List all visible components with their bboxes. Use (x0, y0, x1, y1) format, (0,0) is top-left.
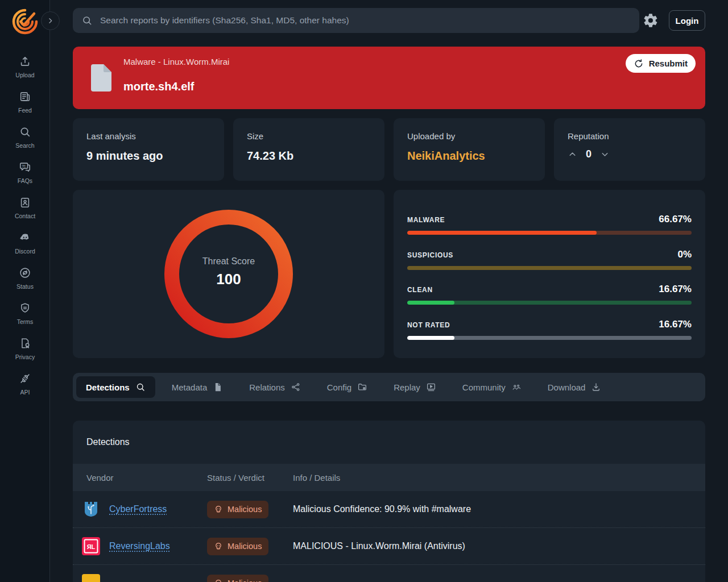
progress-fill (407, 336, 454, 340)
tab-replay[interactable]: Replay (384, 376, 446, 398)
progress-track (407, 301, 692, 305)
bar-value: 66.67% (659, 214, 692, 225)
verdict-badge: Malicious (207, 575, 268, 582)
api-icon (19, 372, 31, 385)
terms-icon (19, 302, 31, 314)
file-icon (213, 382, 223, 392)
upload-icon (19, 55, 31, 68)
column-vendor: Vendor (86, 473, 207, 483)
malware-classification: Malware - Linux.Worm.Mirai (123, 57, 229, 66)
cyberfortress-logo-icon (82, 500, 100, 518)
tab-config[interactable]: Config (317, 376, 377, 398)
sidebar-expand-button[interactable] (41, 11, 60, 30)
tab-label: Metadata (172, 383, 208, 392)
sidebar-item-faqs[interactable]: FAQs (0, 155, 50, 190)
login-button[interactable]: Login (669, 10, 705, 31)
sidebar-item-label: Privacy (15, 354, 35, 360)
malware-score-group: MALWARE 66.67% (407, 214, 692, 235)
report-tabbar: Detections Metadata Relations Config Rep… (73, 373, 705, 401)
file-size-value: 74.23 Kb (247, 149, 371, 163)
tab-detections[interactable]: Detections (76, 376, 155, 398)
tab-label: Community (462, 383, 506, 392)
column-info-details: Info / Details (293, 473, 692, 483)
threat-score-label: Threat Score (73, 256, 384, 267)
vote-down-button[interactable] (600, 149, 610, 159)
file-name: morte.sh4.elf (123, 80, 194, 93)
app-logo-icon[interactable] (10, 7, 40, 36)
reversinglabs-logo-icon: ЯL (82, 537, 100, 555)
sidebar-item-contact[interactable]: Contact (0, 190, 50, 225)
malware-report-page: Upload Feed Search FAQs Contact Discord … (0, 0, 728, 582)
chevron-right-icon (46, 16, 55, 25)
sidebar-item-status[interactable]: Status (0, 260, 50, 296)
skull-icon (214, 579, 223, 582)
gear-icon (643, 13, 659, 28)
sidebar-item-api[interactable]: API (0, 366, 50, 401)
vendor-link[interactable]: CyberFortress (109, 504, 207, 514)
folder-gear-icon (357, 382, 367, 392)
tab-community[interactable]: Community (453, 376, 531, 398)
clean-score-group: CLEAN 16.67% (407, 284, 692, 305)
vendor-link[interactable]: ReversingLabs (109, 541, 207, 551)
sidebar-item-label: Search (15, 142, 34, 149)
last-analysis-value: 9 minutes ago (86, 149, 210, 163)
size-card: Size 74.23 Kb (233, 118, 384, 181)
search-input[interactable] (100, 15, 631, 26)
progress-track (407, 231, 692, 235)
sidebar-item-label: API (20, 389, 30, 396)
vote-up-button[interactable] (568, 149, 577, 159)
search-icon (81, 15, 93, 26)
monitor-play-icon (426, 382, 436, 392)
faqs-icon (19, 161, 31, 173)
resubmit-button[interactable]: Resubmit (626, 54, 696, 73)
table-row: ЯL ReversingLabs Malicious MALICIOUS - L… (73, 528, 705, 565)
sidebar-item-feed[interactable]: Feed (0, 84, 50, 119)
verdict-label: Malicious (228, 505, 262, 514)
verdict-badge: Malicious (207, 501, 268, 518)
card-label: Reputation (568, 131, 692, 141)
tab-label: Relations (249, 383, 285, 392)
sidebar-item-search[interactable]: Search (0, 119, 50, 155)
bar-label: MALWARE (407, 216, 445, 224)
contact-icon (19, 196, 31, 209)
privacy-icon (19, 337, 31, 350)
sidebar-item-label: FAQs (18, 177, 32, 184)
bar-value: 16.67% (659, 319, 692, 330)
svg-text:ЯL: ЯL (87, 543, 96, 550)
card-label: Size (247, 131, 371, 141)
sidebar-nav: Upload Feed Search FAQs Contact Discord … (0, 49, 50, 401)
tab-relations[interactable]: Relations (239, 376, 311, 398)
tab-download[interactable]: Download (538, 376, 611, 398)
malware-banner: Malware - Linux.Worm.Mirai morte.sh4.elf… (73, 47, 705, 109)
download-icon (591, 382, 601, 392)
progress-fill (407, 301, 454, 305)
threat-score-value: 100 (73, 271, 384, 288)
tab-metadata[interactable]: Metadata (162, 376, 233, 398)
bar-value: 0% (677, 249, 692, 260)
column-status-verdict: Status / Verdict (207, 473, 293, 483)
table-row: Malicious (73, 565, 705, 582)
progress-track (407, 336, 692, 340)
uploader-link[interactable]: NeikiAnalytics (407, 149, 531, 163)
sidebar-item-terms[interactable]: Terms (0, 296, 50, 331)
sidebar-item-privacy[interactable]: Privacy (0, 331, 50, 366)
reputation-value: 0 (586, 148, 592, 160)
detection-info: MALICIOUS - Linux.Worm.Mirai (Antivirus) (293, 541, 692, 551)
sidebar-item-label: Status (16, 283, 34, 290)
bar-label: NOT RATED (407, 321, 450, 329)
sidebar-item-upload[interactable]: Upload (0, 49, 50, 84)
sidebar-item-discord[interactable]: Discord (0, 225, 50, 260)
sidebar: Upload Feed Search FAQs Contact Discord … (0, 0, 50, 582)
refresh-icon (634, 59, 644, 69)
bar-label: SUSPICIOUS (407, 251, 453, 259)
file-icon (89, 64, 111, 92)
status-icon (19, 267, 31, 279)
uploaded-by-card: Uploaded by NeikiAnalytics (394, 118, 545, 181)
settings-button[interactable] (643, 12, 660, 29)
progress-track (407, 266, 692, 270)
sidebar-item-label: Terms (17, 318, 34, 325)
sidebar-item-label: Contact (15, 213, 35, 219)
resubmit-label: Resubmit (649, 59, 688, 68)
not-rated-score-group: NOT RATED 16.67% (407, 319, 692, 340)
card-label: Uploaded by (407, 131, 531, 141)
